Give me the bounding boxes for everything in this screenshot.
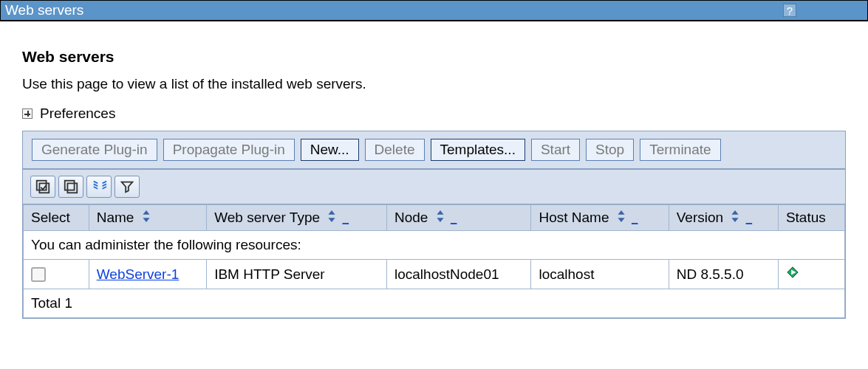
select-all-icon	[35, 179, 51, 195]
propagate-plugin-button[interactable]: Propagate Plug-in	[163, 139, 295, 161]
col-host[interactable]: Host Name _	[531, 205, 669, 231]
server-type-cell: IBM HTTP Server	[207, 260, 387, 289]
col-name[interactable]: Name	[89, 205, 206, 231]
filter-icon	[91, 179, 107, 195]
terminate-button[interactable]: Terminate	[640, 139, 720, 161]
titlebar-title: Web servers	[5, 2, 83, 18]
col-status: Status	[778, 205, 844, 231]
webservers-table: Select Name Web server Type _ Node	[23, 204, 845, 318]
filter-indicator[interactable]: _	[343, 212, 349, 224]
sort-icon	[616, 210, 626, 222]
generate-plugin-button[interactable]: Generate Plug-in	[32, 139, 157, 161]
selection-toolbar	[23, 170, 845, 204]
preferences-label: Preferences	[40, 106, 115, 122]
server-version-cell: ND 8.5.5.0	[669, 260, 778, 289]
delete-button[interactable]: Delete	[365, 139, 425, 161]
server-name-link[interactable]: WebServer-1	[97, 266, 180, 282]
sort-icon	[327, 210, 337, 222]
sort-icon	[435, 210, 445, 222]
clear-filter-icon	[119, 179, 135, 195]
help-icon[interactable]: ?	[783, 4, 796, 17]
col-select: Select	[24, 205, 89, 231]
server-node-cell: localhostNode01	[387, 260, 531, 289]
page-title: Web servers	[22, 48, 846, 66]
filter-indicator[interactable]: _	[746, 212, 752, 224]
col-version[interactable]: Version _	[669, 205, 778, 231]
table-header-row: Select Name Web server Type _ Node	[24, 205, 845, 231]
clear-filter-button[interactable]	[115, 176, 140, 198]
stop-button[interactable]: Stop	[586, 139, 634, 161]
new-button[interactable]: New...	[301, 139, 359, 161]
deselect-all-button[interactable]	[58, 176, 83, 198]
webservers-panel: Generate Plug-in Propagate Plug-in New..…	[22, 131, 846, 319]
preferences-toggle[interactable]: Preferences	[22, 106, 846, 122]
select-all-button[interactable]	[30, 176, 55, 198]
filter-indicator[interactable]: _	[632, 212, 638, 224]
expand-icon	[22, 108, 33, 119]
filter-indicator[interactable]: _	[451, 212, 457, 224]
admin-resources-text: You can administer the following resourc…	[24, 231, 845, 260]
sort-icon	[141, 210, 151, 222]
row-select-cell[interactable]	[24, 260, 89, 289]
start-button[interactable]: Start	[531, 139, 580, 161]
page-content: Web servers Use this page to view a list…	[0, 21, 868, 323]
table-row: WebServer-1 IBM HTTP Server localhostNod…	[24, 260, 845, 289]
col-node[interactable]: Node _	[387, 205, 531, 231]
deselect-all-icon	[63, 179, 79, 195]
titlebar: Web servers ?	[0, 0, 868, 21]
sort-icon	[730, 210, 740, 222]
admin-resources-row: You can administer the following resourc…	[24, 231, 845, 260]
running-icon	[786, 266, 799, 279]
server-status-cell	[778, 260, 844, 289]
col-type[interactable]: Web server Type _	[207, 205, 387, 231]
show-filter-button[interactable]	[86, 176, 112, 198]
row-checkbox[interactable]	[31, 267, 46, 282]
server-host-cell: localhost	[531, 260, 669, 289]
total-row: Total 1	[24, 289, 845, 318]
total-label: Total 1	[24, 289, 845, 318]
page-description: Use this page to view a list of the inst…	[22, 76, 846, 92]
action-toolbar: Generate Plug-in Propagate Plug-in New..…	[23, 131, 845, 170]
svg-rect-3	[67, 183, 77, 193]
svg-rect-2	[65, 181, 75, 190]
templates-button[interactable]: Templates...	[431, 139, 525, 161]
